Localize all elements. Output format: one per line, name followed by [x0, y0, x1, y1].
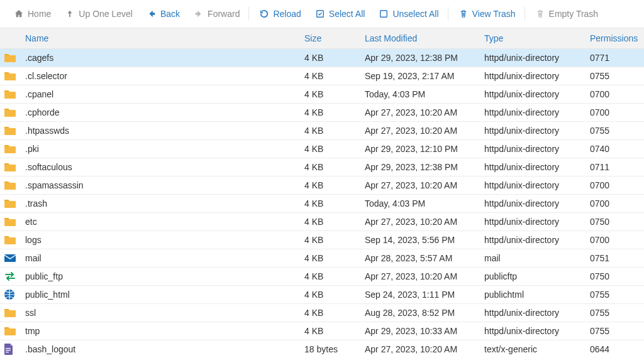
- file-type: httpd/unix-directory: [484, 326, 590, 336]
- table-row[interactable]: .softaculous4 KBApr 29, 2023, 12:38 PMht…: [0, 158, 644, 176]
- file-type: httpd/unix-directory: [484, 235, 590, 245]
- back-button[interactable]: Back: [139, 5, 186, 23]
- table-row[interactable]: mail4 KBApr 28, 2023, 5:57 AMmail0751: [0, 249, 644, 268]
- view-trash-label: View Trash: [472, 9, 516, 19]
- file-modified: Today, 4:03 PM: [365, 198, 484, 209]
- header-name[interactable]: Name: [23, 33, 304, 43]
- table-row[interactable]: logs4 KBSep 14, 2023, 5:56 PMhttpd/unix-…: [0, 231, 644, 249]
- table-row[interactable]: ssl4 KBAug 28, 2023, 8:52 PMhttpd/unix-d…: [0, 304, 644, 322]
- folder-icon: [0, 217, 23, 227]
- table-row[interactable]: .spamassassin4 KBApr 27, 2023, 10:20 AMh…: [0, 176, 644, 195]
- file-type: httpd/unix-directory: [484, 308, 590, 318]
- file-type: publicftp: [484, 271, 590, 281]
- table-row[interactable]: .trash4 KBToday, 4:03 PMhttpd/unix-direc…: [0, 195, 644, 213]
- file-permissions: 0755: [590, 290, 640, 300]
- file-name: .trash: [23, 198, 304, 209]
- forward-button[interactable]: Forward: [186, 5, 246, 23]
- table-row[interactable]: etc4 KBApr 27, 2023, 10:20 AMhttpd/unix-…: [0, 213, 644, 231]
- file-modified: Aug 28, 2023, 8:52 PM: [365, 308, 484, 318]
- file-modified: Today, 4:03 PM: [365, 89, 484, 99]
- table-row[interactable]: tmp4 KBApr 29, 2023, 10:33 AMhttpd/unix-…: [0, 322, 644, 340]
- file-permissions: 0755: [590, 71, 640, 81]
- table-row[interactable]: .cpanel4 KBToday, 4:03 PMhttpd/unix-dire…: [0, 85, 644, 104]
- forward-label: Forward: [208, 9, 240, 19]
- trash-icon: [534, 8, 547, 19]
- folder-icon: [0, 198, 23, 209]
- file-type: httpd/unix-directory: [484, 217, 590, 227]
- file-name: logs: [23, 235, 304, 245]
- file-type: httpd/unix-directory: [484, 144, 590, 154]
- empty-trash-label: Empty Trash: [549, 9, 599, 19]
- file-modified: Sep 19, 2023, 2:17 AM: [365, 71, 484, 81]
- folder-icon: [0, 144, 23, 154]
- file-permissions: 0755: [590, 308, 640, 318]
- file-modified: Apr 27, 2023, 10:20 AM: [365, 107, 484, 117]
- globe-icon: [0, 289, 23, 300]
- file-name: .pki: [23, 144, 304, 154]
- file-modified: Apr 29, 2023, 10:33 AM: [365, 326, 484, 336]
- folder-icon: [0, 180, 23, 190]
- svg-rect-1: [380, 11, 387, 18]
- file-type: mail: [484, 253, 590, 263]
- file-type: httpd/unix-directory: [484, 71, 590, 81]
- file-permissions: 0700: [590, 198, 640, 209]
- file-permissions: 0755: [590, 326, 640, 336]
- file-size: 4 KB: [304, 71, 365, 81]
- check-square-icon: [314, 8, 326, 19]
- table-row[interactable]: public_html4 KBSep 24, 2023, 1:11 PMpubl…: [0, 286, 644, 304]
- file-name: public_html: [23, 290, 304, 300]
- svg-rect-6: [6, 352, 9, 352]
- file-permissions: 0755: [590, 126, 640, 136]
- toolbar: Home Up One Level Back Forward Reload Se…: [0, 0, 644, 28]
- table-row[interactable]: public_ftp4 KBApr 27, 2023, 10:20 AMpubl…: [0, 268, 644, 286]
- table-row[interactable]: .cagefs4 KBApr 29, 2023, 12:38 PMhttpd/u…: [0, 49, 644, 67]
- home-button[interactable]: Home: [6, 5, 57, 23]
- header-permissions[interactable]: Permissions: [590, 33, 640, 43]
- file-type: httpd/unix-directory: [484, 126, 590, 136]
- reload-icon: [258, 8, 270, 19]
- folder-icon: [0, 162, 23, 172]
- empty-trash-button[interactable]: Empty Trash: [528, 5, 605, 23]
- file-size: 4 KB: [304, 162, 365, 172]
- unselect-all-button[interactable]: Unselect All: [371, 5, 445, 23]
- table-row[interactable]: .bash_logout18 bytesApr 27, 2023, 10:20 …: [0, 340, 644, 358]
- file-name: ssl: [23, 308, 304, 318]
- file-name: .spamassassin: [23, 180, 304, 190]
- back-arrow-icon: [145, 8, 158, 19]
- file-size: 4 KB: [304, 308, 365, 318]
- file-modified: Apr 27, 2023, 10:20 AM: [365, 217, 484, 227]
- file-modified: Sep 24, 2023, 1:11 PM: [365, 290, 484, 300]
- file-modified: Apr 29, 2023, 12:10 PM: [365, 144, 484, 154]
- ftp-icon: [0, 271, 23, 281]
- file-modified: Apr 27, 2023, 10:20 AM: [365, 180, 484, 190]
- file-size: 4 KB: [304, 253, 365, 263]
- up-label: Up One Level: [79, 9, 133, 19]
- file-permissions: 0740: [590, 144, 640, 154]
- table-row[interactable]: .htpasswds4 KBApr 27, 2023, 10:20 AMhttp…: [0, 122, 644, 140]
- toolbar-separator: [525, 7, 525, 21]
- reload-button[interactable]: Reload: [252, 5, 307, 23]
- header-modified[interactable]: Last Modified: [365, 33, 484, 43]
- svg-rect-4: [6, 348, 11, 349]
- file-size: 18 bytes: [304, 344, 365, 354]
- file-size: 4 KB: [304, 180, 365, 190]
- file-permissions: 0711: [590, 162, 640, 172]
- select-all-button[interactable]: Select All: [308, 5, 372, 23]
- file-header: Name Size Last Modified Type Permissions: [0, 28, 644, 49]
- file-size: 4 KB: [304, 198, 365, 209]
- table-row[interactable]: .pki4 KBApr 29, 2023, 12:10 PMhttpd/unix…: [0, 140, 644, 158]
- table-row[interactable]: .cl.selector4 KBSep 19, 2023, 2:17 AMhtt…: [0, 67, 644, 85]
- file-name: .cl.selector: [23, 71, 304, 81]
- up-button[interactable]: Up One Level: [57, 5, 139, 23]
- folder-icon: [0, 126, 23, 136]
- header-size[interactable]: Size: [304, 33, 365, 43]
- file-modified: Apr 27, 2023, 10:20 AM: [365, 344, 484, 354]
- header-type[interactable]: Type: [484, 33, 590, 43]
- file-type: httpd/unix-directory: [484, 180, 590, 190]
- view-trash-button[interactable]: View Trash: [451, 5, 522, 23]
- doc-icon: [0, 344, 23, 355]
- table-row[interactable]: .cphorde4 KBApr 27, 2023, 10:20 AMhttpd/…: [0, 104, 644, 122]
- file-size: 4 KB: [304, 126, 365, 136]
- file-name: .cphorde: [23, 107, 304, 117]
- folder-icon: [0, 71, 23, 81]
